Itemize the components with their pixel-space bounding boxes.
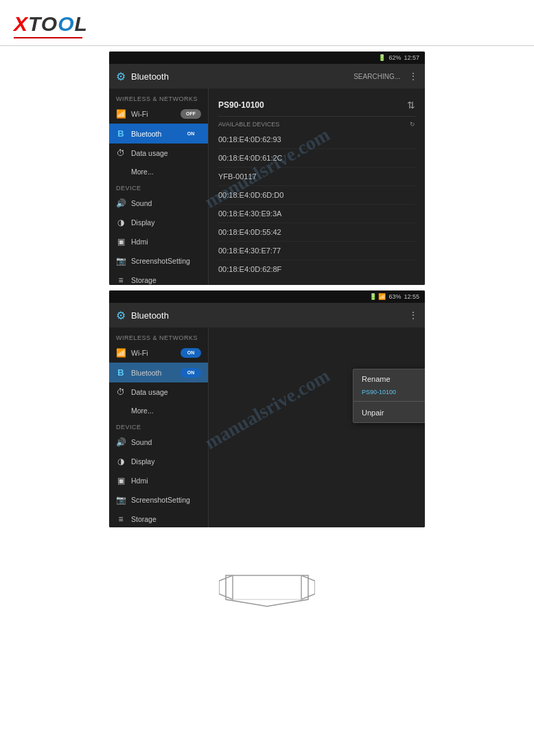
- logo-underline: [14, 37, 82, 38]
- hdmi-label-2: Hdmi: [131, 477, 148, 485]
- rename-option[interactable]: Rename: [353, 369, 425, 389]
- bluetooth-icon-1: B: [116, 128, 126, 139]
- xtool-logo: XTOOL: [14, 12, 520, 36]
- eq-icon-1[interactable]: ⇅: [407, 100, 415, 111]
- hdmi-label-1: Hdmi: [131, 238, 148, 246]
- bluetooth-toggle-1[interactable]: ON: [181, 129, 201, 139]
- bluetooth-label-2: Bluetooth: [131, 369, 161, 377]
- status-bar-1: 🔋 62% 12:57: [109, 51, 425, 64]
- hdmi-icon-2: ▣: [116, 476, 126, 485]
- display-icon-2: ◑: [116, 457, 126, 466]
- more-label-1: More...: [131, 168, 154, 176]
- ribbon-svg: [219, 569, 315, 610]
- sound-icon-1: 🔊: [116, 198, 126, 208]
- more-label-2: More...: [131, 406, 154, 415]
- storage-icon-1: ≡: [116, 275, 126, 285]
- data-usage-icon-1: ⏱: [116, 148, 126, 158]
- menu-item-storage-1[interactable]: ≡ Storage: [109, 271, 208, 285]
- display-icon-1: ◑: [116, 218, 126, 227]
- device-entry-3[interactable]: YFB-00117: [218, 168, 415, 186]
- screenshot-icon-2: 📷: [116, 495, 126, 505]
- refresh-icon-1[interactable]: ↻: [410, 121, 415, 128]
- display-label-2: Display: [131, 457, 154, 466]
- screenshot-label-1: ScreenshotSetting: [131, 257, 190, 265]
- device-entry-7[interactable]: 00:18:E4:30:E7:77: [218, 242, 415, 260]
- section-device-label-1: DEVICE: [109, 181, 208, 194]
- left-panel-1: WIRELESS & NETWORKS 📶 Wi-Fi OFF B Blueto…: [109, 89, 209, 285]
- device-name-row-1: PS90-10100 ⇅: [218, 94, 415, 117]
- sound-label-1: Sound: [131, 199, 152, 207]
- menu-item-wifi-1[interactable]: 📶 Wi-Fi OFF: [109, 104, 208, 124]
- screenshot1-wrapper: 🔋 62% 12:57 ⚙ Bluetooth SEARCHING... ⋮ W…: [109, 51, 425, 285]
- time-2: 12:55: [404, 293, 419, 300]
- menu-item-display-2[interactable]: ◑ Display: [109, 452, 208, 471]
- screenshot-icon-1: 📷: [116, 256, 126, 266]
- rename-sub: PS90-10100: [353, 389, 425, 400]
- device-name-1: PS90-10100: [218, 100, 264, 110]
- wifi-icon-1: 📶: [116, 109, 126, 119]
- screenshot1: 🔋 62% 12:57 ⚙ Bluetooth SEARCHING... ⋮ W…: [109, 51, 425, 285]
- menu-item-hdmi-2[interactable]: ▣ Hdmi: [109, 471, 208, 490]
- bluetooth-label-1: Bluetooth: [131, 130, 161, 138]
- menu-item-bluetooth-2[interactable]: B Bluetooth ON: [109, 363, 208, 382]
- storage-icon-2: ≡: [116, 514, 126, 524]
- screenshot2: 🔋 📶 63% 12:55 ⚙ Bluetooth ⋮ WIRELESS & N…: [109, 290, 425, 527]
- data-usage-label-1: Data usage: [131, 149, 168, 157]
- device-entry-6[interactable]: 00:18:E4:0D:55:42: [218, 223, 415, 242]
- battery-percent-1: 62%: [388, 54, 401, 61]
- data-usage-icon-2: ⏱: [116, 387, 126, 397]
- gear-icon-2: ⚙: [116, 309, 126, 322]
- data-usage-label-2: Data usage: [131, 388, 168, 396]
- section-wireless-label-2: WIRELESS & NETWORKS: [109, 330, 208, 343]
- wifi-toggle-2[interactable]: ON: [181, 348, 201, 358]
- context-menu-2: Rename PS90-10100 Unpair: [353, 369, 425, 423]
- device-entry-2[interactable]: 00:18:E4:0D:61:2C: [218, 149, 415, 168]
- more-icon-2[interactable]: ⋮: [408, 310, 418, 321]
- wifi-toggle-1[interactable]: OFF: [181, 109, 201, 119]
- header-title-2: Bluetooth: [131, 310, 403, 321]
- header-bar-1: ⚙ Bluetooth SEARCHING... ⋮: [109, 64, 425, 89]
- bottom-banner: [0, 569, 534, 612]
- battery-percent-2: 63%: [388, 293, 401, 300]
- menu-item-sound-1[interactable]: 🔊 Sound: [109, 194, 208, 213]
- gear-icon-1: ⚙: [116, 70, 126, 83]
- status-icons-1: 🔋: [378, 54, 386, 61]
- menu-item-data-usage-2[interactable]: ⏱ Data usage: [109, 382, 208, 402]
- searching-label: SEARCHING...: [353, 73, 400, 80]
- menu-item-more-1[interactable]: More...: [109, 163, 208, 181]
- left-panel-2: WIRELESS & NETWORKS 📶 Wi-Fi ON B Bluetoo…: [109, 328, 209, 527]
- bluetooth-toggle-2[interactable]: ON: [181, 368, 201, 378]
- right-panel-2: Rename PS90-10100 Unpair: [209, 328, 425, 527]
- section-wireless-label-1: WIRELESS & NETWORKS: [109, 91, 208, 104]
- menu-item-screenshot-2[interactable]: 📷 ScreenshotSetting: [109, 490, 208, 509]
- menu-item-display-1[interactable]: ◑ Display: [109, 213, 208, 232]
- screenshot2-wrapper: 🔋 📶 63% 12:55 ⚙ Bluetooth ⋮ WIRELESS & N…: [109, 290, 425, 527]
- time-1: 12:57: [404, 54, 419, 61]
- menu-item-sound-2[interactable]: 🔊 Sound: [109, 433, 208, 452]
- available-label-1: AVAILABLE DEVICES ↻: [218, 121, 415, 128]
- menu-item-more-2[interactable]: More...: [109, 402, 208, 420]
- device-entry-1[interactable]: 00:18:E4:0D:62:93: [218, 130, 415, 149]
- wifi-icon-2: 📶: [116, 348, 126, 358]
- menu-item-data-usage-1[interactable]: ⏱ Data usage: [109, 144, 208, 163]
- menu-item-screenshot-1[interactable]: 📷 ScreenshotSetting: [109, 251, 208, 271]
- unpair-option[interactable]: Unpair: [353, 403, 425, 422]
- sound-label-2: Sound: [131, 438, 152, 446]
- menu-item-storage-2[interactable]: ≡ Storage: [109, 509, 208, 527]
- menu-item-bluetooth-1[interactable]: B Bluetooth ON: [109, 124, 208, 144]
- wifi-label-1: Wi-Fi: [131, 110, 148, 118]
- logo-area: XTOOL: [0, 0, 534, 46]
- wifi-label-2: Wi-Fi: [131, 349, 148, 357]
- device-entry-8[interactable]: 00:18:E4:0D:62:8F: [218, 260, 415, 278]
- device-entry-4[interactable]: 00:18:E4:0D:6D:D0: [218, 186, 415, 205]
- header-title-1: Bluetooth: [131, 71, 348, 82]
- hdmi-icon-1: ▣: [116, 237, 126, 247]
- menu-item-hdmi-1[interactable]: ▣ Hdmi: [109, 232, 208, 251]
- screenshot-label-2: ScreenshotSetting: [131, 496, 190, 504]
- more-icon-1[interactable]: ⋮: [408, 71, 418, 82]
- bluetooth-icon-2: B: [116, 367, 126, 378]
- device-entry-5[interactable]: 00:18:E4:30:E9:3A: [218, 205, 415, 223]
- display-label-1: Display: [131, 218, 154, 227]
- header-bar-2: ⚙ Bluetooth ⋮: [109, 303, 425, 328]
- menu-item-wifi-2[interactable]: 📶 Wi-Fi ON: [109, 343, 208, 363]
